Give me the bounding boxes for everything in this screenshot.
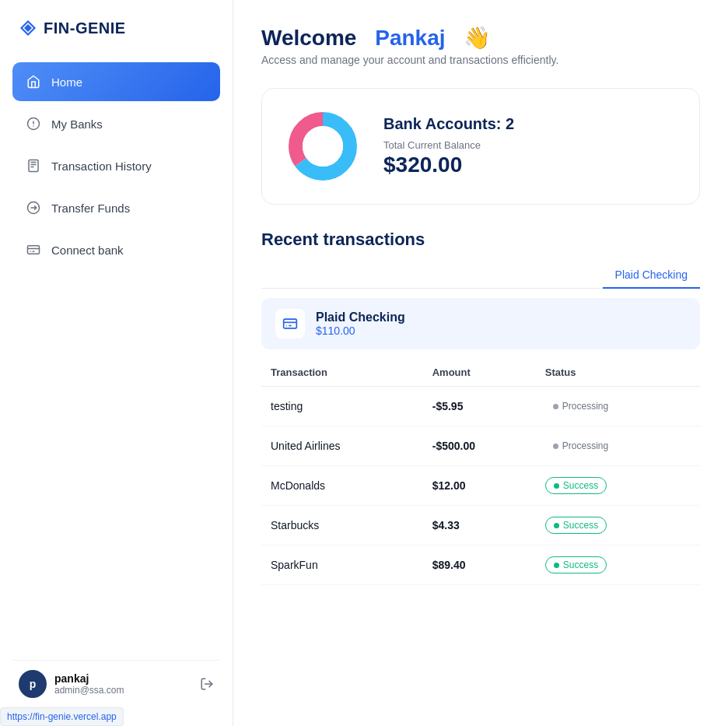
welcome-username: Pankaj <box>375 26 445 51</box>
table-row: testing-$5.95Processing <box>261 387 700 426</box>
col-amount: Amount <box>423 359 536 387</box>
table-row: SparkFun$89.40Success <box>261 545 700 585</box>
bank-icon <box>25 115 42 132</box>
transaction-name: SparkFun <box>261 545 423 585</box>
bank-accounts-card: Bank Accounts: 2 Total Current Balance $… <box>261 88 700 205</box>
status-badge: Processing <box>545 398 616 415</box>
transaction-name: Starbucks <box>261 506 423 545</box>
url-bar: https://fin-genie.vercel.app <box>0 707 124 726</box>
home-icon <box>25 73 42 90</box>
transaction-amount: $12.00 <box>423 466 536 506</box>
transactions-tbody: testing-$5.95ProcessingUnited Airlines-$… <box>261 387 700 585</box>
sidebar-item-label: My Banks <box>51 117 103 131</box>
transaction-status: Processing <box>536 426 700 466</box>
sidebar-item-transaction-history[interactable]: Transaction History <box>12 146 220 185</box>
logo-icon <box>19 19 37 37</box>
transaction-amount: $4.33 <box>423 506 536 545</box>
tab-bar: Plaid Checking <box>261 262 700 289</box>
sidebar-item-my-banks[interactable]: My Banks <box>12 104 220 143</box>
status-badge: Success <box>545 517 607 534</box>
sidebar-item-label: Home <box>51 75 82 89</box>
sidebar: FIN-GENIE Home My Banks <box>0 0 233 726</box>
welcome-header: Welcome Pankaj 👋 Access and manage your … <box>261 25 700 66</box>
donut-chart <box>284 107 362 185</box>
col-transaction: Transaction <box>261 359 423 387</box>
balance-label: Total Current Balance <box>383 139 514 151</box>
welcome-title: Welcome Pankaj 👋 <box>261 25 700 51</box>
transaction-name: McDonalds <box>261 466 423 506</box>
transaction-name: testing <box>261 387 423 426</box>
user-name: pankaj <box>54 672 192 685</box>
main-content: Welcome Pankaj 👋 Access and manage your … <box>233 0 728 726</box>
transaction-status: Processing <box>536 387 700 426</box>
avatar: p <box>19 670 47 698</box>
sidebar-item-transfer-funds[interactable]: Transfer Funds <box>12 188 220 227</box>
transaction-name: United Airlines <box>261 426 423 466</box>
recent-transactions-section: Recent transactions Plaid Checking Plaid… <box>261 230 700 585</box>
welcome-subtitle: Access and manage your account and trans… <box>261 54 700 66</box>
transaction-amount: $89.40 <box>423 545 536 585</box>
balance-amount: $320.00 <box>383 153 514 177</box>
sidebar-item-home[interactable]: Home <box>12 62 220 101</box>
account-details: Plaid Checking $110.00 <box>316 310 405 337</box>
bank-accounts-title: Bank Accounts: 2 <box>383 115 514 133</box>
tab-plaid-checking[interactable]: Plaid Checking <box>603 262 700 289</box>
table-row: United Airlines-$500.00Processing <box>261 426 700 466</box>
transaction-status: Success <box>536 466 700 506</box>
col-status: Status <box>536 359 700 387</box>
transaction-amount: -$5.95 <box>423 387 536 426</box>
user-info: pankaj admin@ssa.com <box>54 672 192 696</box>
account-icon <box>275 309 305 338</box>
user-email: admin@ssa.com <box>54 685 192 696</box>
status-badge: Processing <box>545 437 616 454</box>
welcome-emoji: 👋 <box>464 25 491 51</box>
account-header: Plaid Checking $110.00 <box>261 298 700 349</box>
user-profile: p pankaj admin@ssa.com <box>12 660 220 707</box>
table-row: McDonalds$12.00Success <box>261 466 700 506</box>
table-row: Starbucks$4.33Success <box>261 506 700 545</box>
transaction-amount: -$500.00 <box>423 426 536 466</box>
svg-point-18 <box>303 126 343 167</box>
svg-rect-19 <box>284 319 297 328</box>
transaction-status: Success <box>536 506 700 545</box>
status-badge: Success <box>545 556 607 573</box>
app-name: FIN-GENIE <box>44 19 126 37</box>
transactions-table: Transaction Amount Status testing-$5.95P… <box>261 359 700 585</box>
logout-button[interactable] <box>200 677 214 691</box>
logo: FIN-GENIE <box>12 19 220 62</box>
account-balance: $110.00 <box>316 324 405 337</box>
bank-info: Bank Accounts: 2 Total Current Balance $… <box>383 115 514 177</box>
navigation: Home My Banks T <box>12 62 220 654</box>
svg-rect-11 <box>28 246 40 254</box>
sidebar-item-connect-bank[interactable]: Connect bank <box>12 230 220 269</box>
account-name: Plaid Checking <box>316 310 405 324</box>
section-title: Recent transactions <box>261 230 700 250</box>
transfer-icon <box>25 199 42 216</box>
sidebar-item-label: Transfer Funds <box>51 202 130 215</box>
sidebar-item-label: Connect bank <box>51 244 124 257</box>
receipt-icon <box>25 157 42 174</box>
connect-icon <box>25 241 42 258</box>
transaction-status: Success <box>536 545 700 585</box>
status-badge: Success <box>545 477 607 494</box>
table-header: Transaction Amount Status <box>261 359 700 387</box>
welcome-greeting: Welcome <box>261 26 356 51</box>
sidebar-item-label: Transaction History <box>51 160 152 173</box>
